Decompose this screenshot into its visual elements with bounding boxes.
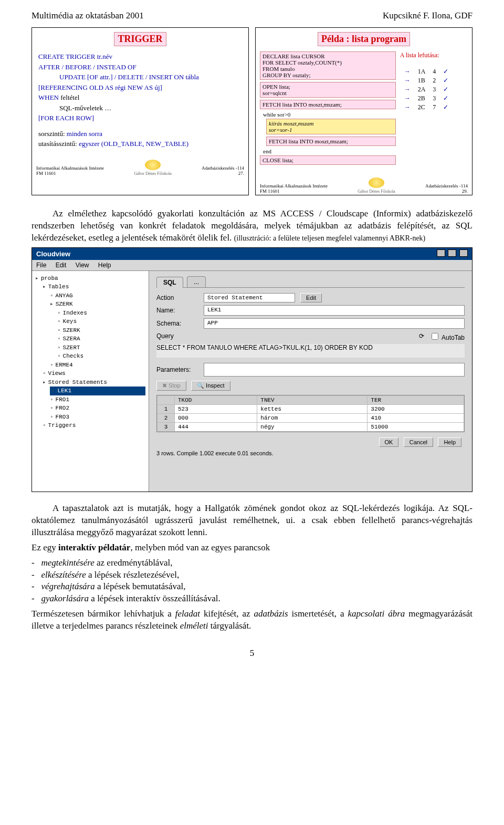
action-row: Action Stored Statement Edit — [156, 293, 465, 302]
ok-button[interactable]: OK — [379, 437, 399, 447]
cancel-button[interactable]: Cancel — [404, 437, 433, 447]
s2-r0k: 1A — [415, 68, 429, 76]
arrow-icon: → — [401, 95, 414, 102]
schema-field[interactable]: APP — [204, 318, 465, 329]
params-field[interactable] — [204, 363, 465, 377]
s1-l1: CREATE TRIGGER tr.név — [38, 51, 244, 62]
window-title: Cloudview — [36, 250, 70, 258]
tree-node[interactable]: SZERA — [57, 335, 145, 343]
menu-bar[interactable]: File Edit View Help — [32, 260, 472, 271]
edit-button[interactable]: Edit — [300, 293, 322, 302]
slide2-foot-right: Adatbáziskezelés -114 29. — [425, 183, 468, 194]
para1: Az elmélethez kapcsolódó gyakorlati konz… — [32, 208, 472, 244]
s1-footr1: Adatbáziskezelés -114 — [202, 165, 244, 171]
result-grid[interactable]: TKOD TNEV TER 1523kettes3200 2000három41… — [156, 395, 465, 432]
s1-l9a: utasításszintű: — [38, 140, 79, 148]
menu-edit[interactable]: Edit — [56, 262, 67, 269]
gdf-logo-icon — [145, 160, 161, 170]
page-number: 5 — [32, 648, 472, 659]
s1-l8b: minden sorra — [67, 130, 102, 138]
tree-node[interactable]: Tables — [43, 283, 145, 291]
cell: 000 — [175, 413, 257, 422]
s2-footr2: 29. — [425, 189, 468, 194]
tree-node[interactable]: ERME4 — [50, 361, 145, 370]
arrow-icon: → — [401, 103, 414, 111]
slide1-title: TRIGGER — [114, 32, 166, 46]
s2-r3k: 2B — [415, 95, 429, 102]
window-buttons — [436, 249, 468, 258]
s2-footr1: Adatbáziskezelés -114 — [425, 183, 468, 189]
slides-row: TRIGGER CREATE TRIGGER tr.név AFTER / BE… — [32, 27, 472, 195]
para2-text: A tapasztalatok azt is mutatják, hogy a … — [32, 503, 472, 537]
slide1-foot-right: Adatbáziskezelés -114 27. — [202, 165, 244, 176]
detail-panel: SQL ... Action Stored Statement Edit Nam… — [149, 271, 472, 492]
tab-sql[interactable]: SQL — [156, 277, 183, 288]
tree-node[interactable]: Views — [43, 369, 145, 378]
p3c: , melyben mód van az egyes parancsok — [130, 542, 270, 552]
tree-node[interactable]: Triggers — [43, 421, 145, 430]
table-row[interactable]: 3444négy51000 — [158, 422, 464, 431]
arrow-icon: → — [401, 68, 414, 76]
params-label: Parameters: — [156, 366, 204, 373]
s2-r1k: 1B — [415, 77, 429, 85]
inspect-button[interactable]: 🔍 Inspect — [191, 381, 230, 391]
s1-footl1: Informatikai Alkalmazások Intézete — [36, 165, 104, 171]
tree-node[interactable]: FRO1 — [50, 395, 145, 404]
s1-l9b: egyszer (OLD_TABLE, NEW_TABLE) — [79, 140, 188, 148]
p4h: elméleti — [180, 621, 208, 631]
slide1-body: CREATE TRIGGER tr.név AFTER / BEFORE / I… — [36, 51, 244, 149]
maximize-icon[interactable] — [448, 249, 456, 257]
header-left: Multimédia az oktatásban 2001 — [32, 11, 144, 21]
grid-col-2[interactable]: TNEV — [257, 395, 368, 404]
s2-r3v: 3 — [429, 95, 439, 102]
slide1-footer: Informatikai Alkalmazások Intézete FM 11… — [36, 160, 244, 176]
name-field[interactable]: LEK1 — [204, 305, 465, 316]
refresh-icon[interactable]: ⟳ — [419, 332, 424, 340]
tree-node[interactable]: FRO2 — [50, 404, 145, 413]
tree-node[interactable]: SZERK — [57, 326, 145, 335]
tree-node[interactable]: Indexes — [57, 309, 145, 318]
action-combo[interactable]: Stored Statement — [204, 293, 295, 302]
tree-node[interactable]: FRO3 — [50, 413, 145, 422]
s2-right-title: A lista lefutása: — [400, 51, 468, 59]
tree-panel[interactable]: probaTablesANYAGSZERKIndexesKeysSZERKSZE… — [32, 271, 149, 492]
s2-r2k: 2A — [415, 86, 429, 93]
menu-help[interactable]: Help — [98, 262, 111, 269]
p4i: tárgyalását. — [208, 621, 251, 631]
cloudview-screenshot: Cloudview File Edit View Help probaTable… — [32, 247, 472, 492]
autotab-label: AutoTab — [442, 334, 465, 341]
grid-col-3[interactable]: TER — [368, 395, 464, 404]
p3a: Ez egy — [32, 542, 58, 552]
autotab-checkbox[interactable] — [432, 333, 438, 340]
slide-trigger: TRIGGER CREATE TRIGGER tr.név AFTER / BE… — [32, 27, 249, 195]
grid-col-1[interactable]: TKOD — [175, 395, 257, 404]
slide2-title: Példa : lista program — [318, 32, 410, 46]
close-icon[interactable] — [459, 249, 468, 257]
table-row[interactable]: 1523kettes3200 — [158, 404, 464, 413]
query-text[interactable]: SELECT * FROM TANULO WHERE ATLAG>TKUL.K(… — [156, 344, 465, 358]
tree-node[interactable]: SZERK — [50, 300, 145, 309]
menu-view[interactable]: View — [76, 262, 89, 269]
tree-node[interactable]: Checks — [57, 352, 145, 361]
tab-other[interactable]: ... — [187, 276, 206, 287]
table-row[interactable]: 2000három410 — [158, 413, 464, 422]
help-button[interactable]: Help — [438, 437, 461, 447]
cell: 1 — [158, 404, 175, 413]
query-label: Query — [156, 332, 204, 340]
tree-node[interactable]: Keys — [57, 317, 145, 326]
page-header: Multimédia az oktatásban 2001 Kupcsikné … — [32, 11, 472, 21]
para3: Ez egy interaktív példatár, melyben mód … — [32, 542, 472, 554]
tree-node[interactable]: ANYAG — [50, 291, 145, 300]
tree-node[interactable]: SZERT — [57, 343, 145, 352]
menu-file[interactable]: File — [36, 262, 46, 269]
tree-node[interactable]: LEK1 — [50, 387, 145, 395]
tree-node[interactable]: proba — [35, 274, 145, 283]
cell: 2 — [158, 413, 175, 422]
stop-button[interactable]: ✖ Stop — [156, 381, 186, 391]
minimize-icon[interactable] — [437, 249, 445, 257]
tree-node[interactable]: Stored Statements — [43, 378, 145, 387]
s2-c4: kiírás moszt,mszam sor=sor-1 — [266, 119, 396, 134]
slide1-foot-left: Informatikai Alkalmazások Intézete FM 11… — [36, 165, 104, 176]
grid-col-rownum — [158, 395, 175, 404]
list-item: - végrehajtására a lépések bemutatásával… — [32, 581, 472, 593]
